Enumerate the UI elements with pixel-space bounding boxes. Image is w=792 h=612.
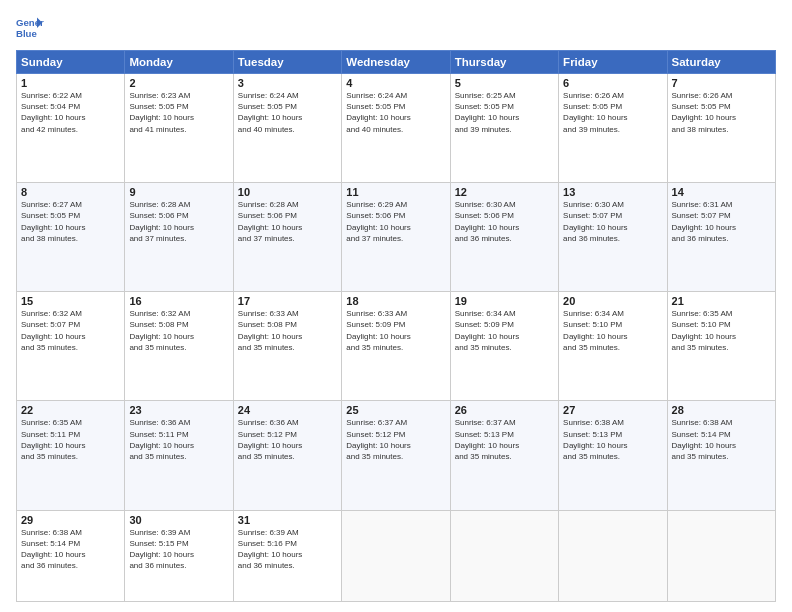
calendar-cell: 13Sunrise: 6:30 AM Sunset: 5:07 PM Dayli… — [559, 183, 667, 292]
day-number: 17 — [238, 295, 337, 307]
day-info: Sunrise: 6:24 AM Sunset: 5:05 PM Dayligh… — [238, 90, 337, 135]
day-number: 16 — [129, 295, 228, 307]
day-info: Sunrise: 6:35 AM Sunset: 5:10 PM Dayligh… — [672, 308, 771, 353]
day-number: 15 — [21, 295, 120, 307]
day-info: Sunrise: 6:23 AM Sunset: 5:05 PM Dayligh… — [129, 90, 228, 135]
calendar-cell — [667, 510, 775, 601]
weekday-header: Wednesday — [342, 51, 450, 74]
calendar-cell: 28Sunrise: 6:38 AM Sunset: 5:14 PM Dayli… — [667, 401, 775, 510]
day-info: Sunrise: 6:37 AM Sunset: 5:12 PM Dayligh… — [346, 417, 445, 462]
day-info: Sunrise: 6:33 AM Sunset: 5:09 PM Dayligh… — [346, 308, 445, 353]
logo-icon: General Blue — [16, 14, 44, 42]
calendar-cell: 18Sunrise: 6:33 AM Sunset: 5:09 PM Dayli… — [342, 292, 450, 401]
calendar-cell: 16Sunrise: 6:32 AM Sunset: 5:08 PM Dayli… — [125, 292, 233, 401]
day-info: Sunrise: 6:25 AM Sunset: 5:05 PM Dayligh… — [455, 90, 554, 135]
svg-text:Blue: Blue — [16, 28, 37, 39]
day-info: Sunrise: 6:27 AM Sunset: 5:05 PM Dayligh… — [21, 199, 120, 244]
day-info: Sunrise: 6:31 AM Sunset: 5:07 PM Dayligh… — [672, 199, 771, 244]
day-number: 7 — [672, 77, 771, 89]
day-info: Sunrise: 6:28 AM Sunset: 5:06 PM Dayligh… — [238, 199, 337, 244]
calendar-cell: 29Sunrise: 6:38 AM Sunset: 5:14 PM Dayli… — [17, 510, 125, 601]
calendar-cell: 10Sunrise: 6:28 AM Sunset: 5:06 PM Dayli… — [233, 183, 341, 292]
page: General Blue SundayMondayTuesdayWednesda… — [0, 0, 792, 612]
day-info: Sunrise: 6:35 AM Sunset: 5:11 PM Dayligh… — [21, 417, 120, 462]
calendar-cell: 31Sunrise: 6:39 AM Sunset: 5:16 PM Dayli… — [233, 510, 341, 601]
calendar-cell: 6Sunrise: 6:26 AM Sunset: 5:05 PM Daylig… — [559, 74, 667, 183]
calendar-cell: 20Sunrise: 6:34 AM Sunset: 5:10 PM Dayli… — [559, 292, 667, 401]
day-info: Sunrise: 6:38 AM Sunset: 5:14 PM Dayligh… — [672, 417, 771, 462]
day-number: 26 — [455, 404, 554, 416]
day-info: Sunrise: 6:36 AM Sunset: 5:12 PM Dayligh… — [238, 417, 337, 462]
calendar-cell: 25Sunrise: 6:37 AM Sunset: 5:12 PM Dayli… — [342, 401, 450, 510]
day-info: Sunrise: 6:32 AM Sunset: 5:08 PM Dayligh… — [129, 308, 228, 353]
weekday-header: Sunday — [17, 51, 125, 74]
calendar-cell: 26Sunrise: 6:37 AM Sunset: 5:13 PM Dayli… — [450, 401, 558, 510]
calendar-cell — [559, 510, 667, 601]
day-number: 1 — [21, 77, 120, 89]
day-number: 8 — [21, 186, 120, 198]
calendar-cell: 19Sunrise: 6:34 AM Sunset: 5:09 PM Dayli… — [450, 292, 558, 401]
logo: General Blue — [16, 14, 48, 42]
calendar-cell: 12Sunrise: 6:30 AM Sunset: 5:06 PM Dayli… — [450, 183, 558, 292]
day-number: 31 — [238, 514, 337, 526]
day-info: Sunrise: 6:34 AM Sunset: 5:09 PM Dayligh… — [455, 308, 554, 353]
day-number: 21 — [672, 295, 771, 307]
day-info: Sunrise: 6:28 AM Sunset: 5:06 PM Dayligh… — [129, 199, 228, 244]
day-info: Sunrise: 6:38 AM Sunset: 5:14 PM Dayligh… — [21, 527, 120, 572]
day-number: 3 — [238, 77, 337, 89]
calendar-cell: 15Sunrise: 6:32 AM Sunset: 5:07 PM Dayli… — [17, 292, 125, 401]
day-info: Sunrise: 6:26 AM Sunset: 5:05 PM Dayligh… — [563, 90, 662, 135]
day-number: 22 — [21, 404, 120, 416]
day-info: Sunrise: 6:39 AM Sunset: 5:15 PM Dayligh… — [129, 527, 228, 572]
weekday-header: Thursday — [450, 51, 558, 74]
day-number: 5 — [455, 77, 554, 89]
calendar-cell: 23Sunrise: 6:36 AM Sunset: 5:11 PM Dayli… — [125, 401, 233, 510]
day-number: 25 — [346, 404, 445, 416]
calendar-cell: 4Sunrise: 6:24 AM Sunset: 5:05 PM Daylig… — [342, 74, 450, 183]
weekday-header: Tuesday — [233, 51, 341, 74]
calendar-cell: 2Sunrise: 6:23 AM Sunset: 5:05 PM Daylig… — [125, 74, 233, 183]
day-info: Sunrise: 6:30 AM Sunset: 5:07 PM Dayligh… — [563, 199, 662, 244]
calendar-cell: 22Sunrise: 6:35 AM Sunset: 5:11 PM Dayli… — [17, 401, 125, 510]
day-info: Sunrise: 6:34 AM Sunset: 5:10 PM Dayligh… — [563, 308, 662, 353]
calendar-cell: 14Sunrise: 6:31 AM Sunset: 5:07 PM Dayli… — [667, 183, 775, 292]
calendar-cell: 17Sunrise: 6:33 AM Sunset: 5:08 PM Dayli… — [233, 292, 341, 401]
day-number: 29 — [21, 514, 120, 526]
day-number: 9 — [129, 186, 228, 198]
day-number: 13 — [563, 186, 662, 198]
day-number: 19 — [455, 295, 554, 307]
day-info: Sunrise: 6:38 AM Sunset: 5:13 PM Dayligh… — [563, 417, 662, 462]
calendar-cell: 30Sunrise: 6:39 AM Sunset: 5:15 PM Dayli… — [125, 510, 233, 601]
calendar-cell — [342, 510, 450, 601]
day-number: 2 — [129, 77, 228, 89]
calendar-cell: 8Sunrise: 6:27 AM Sunset: 5:05 PM Daylig… — [17, 183, 125, 292]
day-number: 27 — [563, 404, 662, 416]
calendar-cell: 24Sunrise: 6:36 AM Sunset: 5:12 PM Dayli… — [233, 401, 341, 510]
day-number: 23 — [129, 404, 228, 416]
day-number: 18 — [346, 295, 445, 307]
day-number: 20 — [563, 295, 662, 307]
day-info: Sunrise: 6:33 AM Sunset: 5:08 PM Dayligh… — [238, 308, 337, 353]
day-number: 28 — [672, 404, 771, 416]
day-info: Sunrise: 6:37 AM Sunset: 5:13 PM Dayligh… — [455, 417, 554, 462]
day-number: 14 — [672, 186, 771, 198]
day-number: 24 — [238, 404, 337, 416]
day-info: Sunrise: 6:30 AM Sunset: 5:06 PM Dayligh… — [455, 199, 554, 244]
day-info: Sunrise: 6:32 AM Sunset: 5:07 PM Dayligh… — [21, 308, 120, 353]
header: General Blue — [16, 14, 776, 42]
weekday-header: Friday — [559, 51, 667, 74]
weekday-header: Monday — [125, 51, 233, 74]
day-info: Sunrise: 6:26 AM Sunset: 5:05 PM Dayligh… — [672, 90, 771, 135]
day-number: 12 — [455, 186, 554, 198]
day-info: Sunrise: 6:24 AM Sunset: 5:05 PM Dayligh… — [346, 90, 445, 135]
calendar-cell: 1Sunrise: 6:22 AM Sunset: 5:04 PM Daylig… — [17, 74, 125, 183]
calendar-cell: 7Sunrise: 6:26 AM Sunset: 5:05 PM Daylig… — [667, 74, 775, 183]
day-info: Sunrise: 6:22 AM Sunset: 5:04 PM Dayligh… — [21, 90, 120, 135]
calendar-cell: 11Sunrise: 6:29 AM Sunset: 5:06 PM Dayli… — [342, 183, 450, 292]
day-number: 30 — [129, 514, 228, 526]
day-info: Sunrise: 6:39 AM Sunset: 5:16 PM Dayligh… — [238, 527, 337, 572]
day-number: 10 — [238, 186, 337, 198]
day-info: Sunrise: 6:36 AM Sunset: 5:11 PM Dayligh… — [129, 417, 228, 462]
calendar-cell: 5Sunrise: 6:25 AM Sunset: 5:05 PM Daylig… — [450, 74, 558, 183]
calendar-cell — [450, 510, 558, 601]
